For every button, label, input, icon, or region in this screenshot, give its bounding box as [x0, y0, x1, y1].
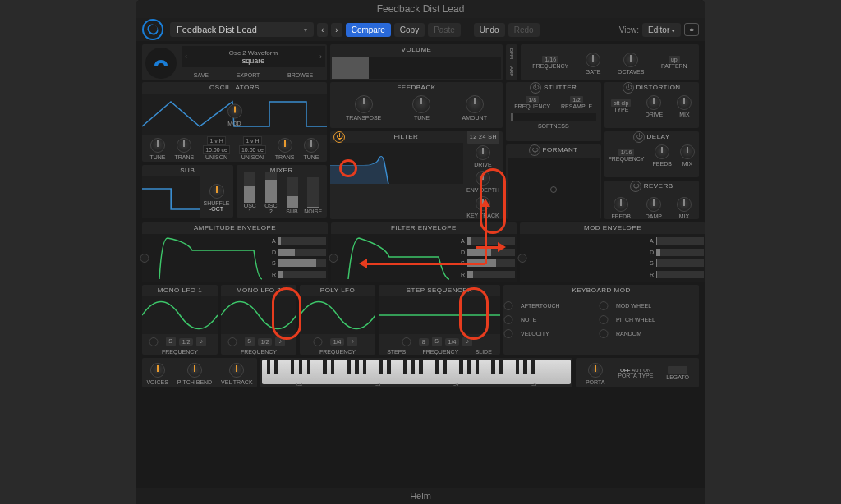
- stutter-power-button[interactable]: ⏻: [530, 82, 541, 94]
- mixer-panel: MIXER OSC 1 OSC 2 SUB NOISE: [237, 165, 328, 218]
- filter-power-button[interactable]: ⏻: [333, 131, 345, 143]
- polylfo-display[interactable]: [300, 296, 375, 334]
- dist-mix-knob[interactable]: [677, 95, 692, 110]
- delay-power-button[interactable]: ⏻: [633, 131, 645, 143]
- fil-s-slider[interactable]: [467, 259, 515, 267]
- filter-slope-selector[interactable]: 12 24 SH: [467, 131, 499, 144]
- delay-freq-value[interactable]: 1/16: [618, 149, 635, 156]
- mod-r-slider[interactable]: [656, 271, 704, 278]
- view-selector[interactable]: Editor ▾: [642, 23, 681, 37]
- amp-a-slider[interactable]: [278, 237, 326, 245]
- filter-key-track-knob[interactable]: [476, 196, 490, 211]
- lfo2-display[interactable]: [221, 296, 296, 334]
- amp-r-slider[interactable]: [278, 271, 326, 278]
- random-ring-icon[interactable]: [600, 329, 609, 338]
- fb-transpose-knob[interactable]: [355, 95, 373, 113]
- bypass-button[interactable]: [142, 19, 163, 40]
- softness-slider[interactable]: [511, 113, 596, 121]
- link-icon[interactable]: ⚭: [684, 23, 699, 36]
- rev-feedb-knob[interactable]: [614, 197, 628, 212]
- host-toolbar: Feedback Dist Lead ▾ ‹ › Compare Copy Pa…: [136, 18, 705, 41]
- mixer-osc1-slider[interactable]: [244, 172, 255, 203]
- mixer-osc2-slider[interactable]: [265, 172, 277, 203]
- osc-waveform-display[interactable]: MOD: [142, 94, 327, 135]
- osc2-trans-knob[interactable]: [278, 138, 292, 153]
- compare-button[interactable]: Compare: [346, 23, 391, 37]
- pattern-value[interactable]: up: [669, 56, 680, 63]
- amp-d-slider[interactable]: [278, 249, 326, 256]
- modwheel-ring-icon[interactable]: [600, 301, 609, 310]
- preset-selector[interactable]: Feedback Dist Lead ▾: [170, 22, 314, 37]
- step-sequencer-panel: STEP SEQUENCER 8S1/4♪ STEPSFREQUENCYSLID…: [379, 285, 500, 355]
- patch-prev-button[interactable]: ‹: [185, 53, 187, 61]
- pitchbend-knob[interactable]: [187, 363, 202, 378]
- porta-knob[interactable]: [588, 363, 603, 378]
- fil-mod-ring-icon[interactable]: [329, 254, 338, 263]
- fb-tune-knob[interactable]: [412, 95, 430, 113]
- amp-mod-ring-icon[interactable]: [140, 254, 149, 263]
- veltrack-knob[interactable]: [229, 363, 244, 378]
- osc2-tune-knob[interactable]: [304, 138, 319, 153]
- amp-env-display[interactable]: [155, 234, 270, 282]
- mod-d-slider[interactable]: [656, 249, 704, 256]
- dist-drive-knob[interactable]: [646, 95, 661, 110]
- paste-button[interactable]: Paste: [428, 23, 461, 37]
- formant-xy-pad[interactable]: [508, 158, 600, 221]
- rev-mix-knob[interactable]: [677, 197, 692, 212]
- dist-power-button[interactable]: ⏻: [623, 82, 634, 94]
- formant-power-button[interactable]: ⏻: [529, 144, 540, 156]
- undo-button[interactable]: Undo: [474, 23, 505, 37]
- save-button[interactable]: SAVE: [194, 72, 209, 78]
- pitchwheel-ring-icon[interactable]: [600, 315, 609, 324]
- note-ring-icon[interactable]: [504, 315, 513, 324]
- arp-freq-value[interactable]: 1/16: [542, 56, 558, 63]
- amp-s-slider[interactable]: [278, 259, 326, 267]
- velocity-ring-icon[interactable]: [504, 329, 513, 338]
- filter-display[interactable]: [330, 143, 463, 184]
- cross-mod-knob[interactable]: [227, 104, 242, 119]
- fil-r-slider[interactable]: [467, 271, 515, 278]
- patch-next-button[interactable]: ›: [319, 53, 322, 61]
- fil-env-display[interactable]: [344, 234, 459, 282]
- seq-display[interactable]: [379, 296, 500, 334]
- delay-mix-knob[interactable]: [680, 144, 695, 159]
- shuffle-knob[interactable]: [209, 184, 224, 199]
- prev-preset-button[interactable]: ‹: [317, 23, 328, 37]
- mixer-noise-slider[interactable]: [307, 177, 319, 208]
- lfo1-display[interactable]: [142, 296, 218, 334]
- osc1-tune-knob[interactable]: [150, 138, 165, 153]
- filter-env-depth-knob[interactable]: [476, 171, 490, 186]
- lfo2-ring-icon[interactable]: [227, 337, 237, 346]
- sub-wave-display[interactable]: [142, 176, 200, 218]
- dist-type-selector[interactable]: sft clp: [611, 99, 631, 107]
- reverb-power-button[interactable]: ⏻: [630, 181, 641, 192]
- virtual-keyboard[interactable]: [262, 360, 571, 384]
- legato-toggle[interactable]: [668, 366, 687, 374]
- fil-a-slider[interactable]: [467, 237, 515, 245]
- mixer-sub-slider[interactable]: [287, 177, 298, 208]
- polylfo-ring-icon[interactable]: [313, 337, 322, 346]
- voices-knob[interactable]: [150, 363, 165, 378]
- fb-amount-knob[interactable]: [466, 95, 484, 113]
- mod-s-slider[interactable]: [656, 259, 704, 267]
- browse-button[interactable]: BROWSE: [287, 72, 313, 78]
- window-title: Feedback Dist Lead: [136, 0, 705, 18]
- mod-mod-ring-icon[interactable]: [517, 254, 526, 263]
- redo-button[interactable]: Redo: [508, 23, 540, 37]
- filter-drive-knob[interactable]: [476, 145, 490, 160]
- octaves-knob[interactable]: [623, 53, 638, 67]
- copy-button[interactable]: Copy: [394, 23, 425, 37]
- fil-d-slider[interactable]: [467, 249, 515, 256]
- mod-env-display[interactable]: [533, 234, 648, 282]
- aftertouch-ring-icon[interactable]: [504, 301, 513, 310]
- next-preset-button[interactable]: ›: [331, 23, 342, 37]
- mod-a-slider[interactable]: [656, 237, 704, 245]
- gate-knob[interactable]: [586, 53, 600, 67]
- osc1-trans-knob[interactable]: [177, 138, 191, 153]
- delay-feedb-knob[interactable]: [655, 144, 669, 159]
- volume-slider[interactable]: [332, 57, 501, 79]
- plugin-window: Feedback Dist Lead Feedback Dist Lead ▾ …: [136, 0, 705, 504]
- export-button[interactable]: EXPORT: [237, 72, 260, 78]
- rev-damp-knob[interactable]: [646, 197, 661, 212]
- lfo1-ring-icon[interactable]: [149, 337, 158, 346]
